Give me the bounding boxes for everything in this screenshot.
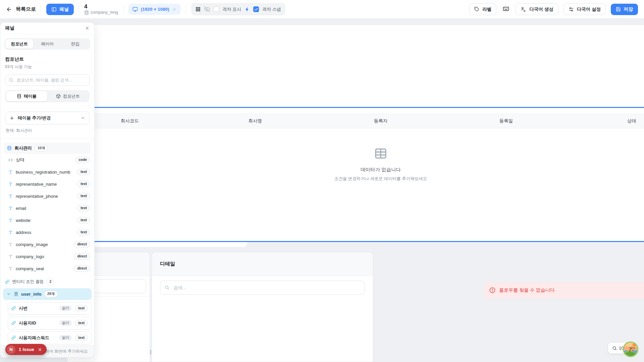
alert-circle-icon bbox=[489, 287, 495, 293]
grid-icon bbox=[195, 6, 201, 12]
database-icon bbox=[84, 10, 89, 15]
join-field-row[interactable]: 사용자패스워드읽기text bbox=[8, 331, 92, 344]
field-type-badge: direct bbox=[74, 265, 90, 272]
top-toolbar: 목록으로 패널 4 company_mng (644 × 362) 격자 표… bbox=[0, 0, 644, 19]
link-icon bbox=[5, 280, 9, 284]
page-title: 4 bbox=[84, 4, 118, 9]
text-icon bbox=[8, 206, 13, 210]
table-header-row: 회사코드회사명등록자등록일상태 bbox=[67, 114, 644, 128]
issue-badge[interactable]: N 1 Issue bbox=[5, 344, 47, 355]
table-component-selected[interactable]: 회사코드회사명등록자등록일상태 데이터가 없습니다 조건을 변경하거나 새로운 … bbox=[67, 107, 644, 242]
panel-close-button[interactable] bbox=[85, 26, 90, 31]
field-row[interactable]: emailtext bbox=[0, 202, 94, 214]
resolution-value: (644 × 362) bbox=[141, 7, 169, 12]
join-field-row[interactable]: 사번읽기text bbox=[8, 302, 92, 315]
text-icon bbox=[8, 242, 13, 247]
tab-편집[interactable]: 편집 bbox=[61, 39, 89, 49]
code-icon bbox=[8, 158, 13, 162]
back-to-list-button[interactable]: 목록으로 bbox=[6, 6, 36, 12]
chevron-down-icon bbox=[80, 116, 85, 120]
field-row[interactable]: websitetext bbox=[0, 214, 94, 226]
components-count: 83개 사용 가능 bbox=[5, 64, 90, 70]
detail-search-input[interactable] bbox=[173, 285, 360, 291]
field-row[interactable]: company_sealdirect bbox=[0, 262, 94, 275]
field-row[interactable]: company_imagedirect bbox=[0, 238, 94, 250]
arrow-left-icon bbox=[6, 6, 12, 12]
component-panel-header: 패널 bbox=[0, 22, 94, 34]
flow-error-banner: 플로우를 찾을 수 없습니다 bbox=[484, 282, 644, 298]
empty-state-title: 데이터가 없습니다 bbox=[67, 167, 644, 173]
table-group-header[interactable]: 회사관리 10개 bbox=[4, 142, 91, 154]
join-table-count-badge: 29개 bbox=[44, 291, 58, 297]
keyboard-shortcuts-button[interactable] bbox=[501, 4, 511, 14]
toggle-컴포넌트[interactable]: 컴포넌트 bbox=[47, 91, 89, 101]
panel-toggle-button[interactable]: 패널 bbox=[46, 4, 74, 15]
toggle-테이블[interactable]: 테이블 bbox=[6, 91, 47, 101]
plus-icon bbox=[9, 116, 14, 121]
grid-show-label: 격자 표시 bbox=[222, 6, 241, 12]
field-name: representative_phone bbox=[16, 194, 74, 199]
join-field-row[interactable]: 사용자ID읽기text bbox=[8, 317, 92, 329]
field-row[interactable]: addresstext bbox=[0, 226, 94, 238]
table-empty-state: 데이터가 없습니다 조건을 변경하거나 새로운 데이터를 추가해보세요 bbox=[67, 147, 644, 182]
toggle-label: 테이블 bbox=[24, 94, 37, 99]
text-icon bbox=[8, 254, 13, 259]
panel-resize-handle[interactable] bbox=[150, 350, 151, 355]
table-column-header: 상태 bbox=[569, 114, 644, 128]
database-icon bbox=[7, 146, 12, 150]
save-button[interactable]: 저장 bbox=[611, 4, 638, 15]
field-row[interactable]: representative_phonetext bbox=[0, 190, 94, 202]
grid-snap-checkbox[interactable] bbox=[253, 6, 259, 12]
field-row[interactable]: 상태code bbox=[0, 154, 94, 166]
field-name: address bbox=[16, 230, 74, 235]
search-icon bbox=[612, 346, 617, 351]
grid-show-checkbox[interactable] bbox=[213, 6, 219, 12]
entity-join-label: 엔티티 조인 컬럼 bbox=[12, 279, 44, 285]
field-type-badge: text bbox=[75, 305, 88, 312]
bound-table-name: company_mng bbox=[91, 10, 118, 15]
detail-panel[interactable]: 디테일 bbox=[152, 252, 373, 362]
table-field-count-badge: 10개 bbox=[35, 145, 48, 152]
building-icon bbox=[14, 292, 18, 296]
toggle-label: 컴포넌트 bbox=[63, 94, 80, 99]
field-name: website bbox=[16, 218, 74, 223]
i18n-settings-button[interactable]: 다국어 설정 bbox=[564, 3, 606, 15]
panel-tabs: 컴포넌트레이어편집 bbox=[4, 38, 90, 50]
toolbar-divider bbox=[41, 5, 41, 14]
components-section-title: 컴포넌트 bbox=[5, 56, 90, 62]
island-launcher-icon[interactable] bbox=[623, 341, 639, 357]
search-icon bbox=[165, 285, 169, 290]
panel-title: 패널 bbox=[5, 25, 14, 31]
page-title-block: 4 company_mng bbox=[84, 4, 118, 15]
i18n-generate-button[interactable]: 文A다국어 생성 bbox=[516, 3, 558, 15]
field-name: company_logo bbox=[16, 254, 71, 259]
label-button[interactable]: 라벨 bbox=[469, 3, 496, 15]
field-type-badge: text bbox=[77, 193, 90, 199]
table-column-header: 등록자 bbox=[318, 114, 443, 128]
tab-컴포넌트[interactable]: 컴포넌트 bbox=[5, 39, 33, 49]
grid-snap-label: 격자 스냅 bbox=[262, 6, 281, 12]
check-icon bbox=[254, 7, 258, 11]
current-table-label: 현재: 회사관리 bbox=[6, 128, 89, 133]
resolution-dropdown[interactable]: (644 × 362) bbox=[128, 4, 181, 15]
join-table-user-info[interactable]: user_info 29개 bbox=[3, 288, 92, 300]
flow-error-text: 플로우를 찾을 수 없습니다 bbox=[499, 287, 555, 293]
join-field-name: 사용자ID bbox=[19, 320, 56, 326]
detail-search-box bbox=[160, 281, 365, 295]
field-type-badge: text bbox=[77, 181, 90, 187]
field-row[interactable]: company_logodirect bbox=[0, 250, 94, 262]
issue-close-icon[interactable] bbox=[38, 347, 42, 352]
add-table-button[interactable]: 테이블 추가/변경 bbox=[5, 112, 90, 124]
field-row[interactable]: business_registration_numbtext bbox=[0, 166, 94, 178]
field-type-badge: text bbox=[75, 320, 88, 326]
field-type-badge: text bbox=[77, 229, 90, 236]
issue-badge-label: 1 Issue bbox=[19, 347, 34, 352]
field-row[interactable]: representative_nametext bbox=[0, 178, 94, 190]
svg-text:A: A bbox=[524, 9, 526, 12]
component-search-input[interactable] bbox=[16, 77, 86, 83]
field-type-badge: code bbox=[75, 157, 90, 163]
source-toggle: 테이블컴포넌트 bbox=[5, 90, 90, 102]
text-icon bbox=[8, 194, 13, 198]
tab-레이어[interactable]: 레이어 bbox=[33, 39, 61, 49]
text-icon bbox=[8, 218, 13, 223]
